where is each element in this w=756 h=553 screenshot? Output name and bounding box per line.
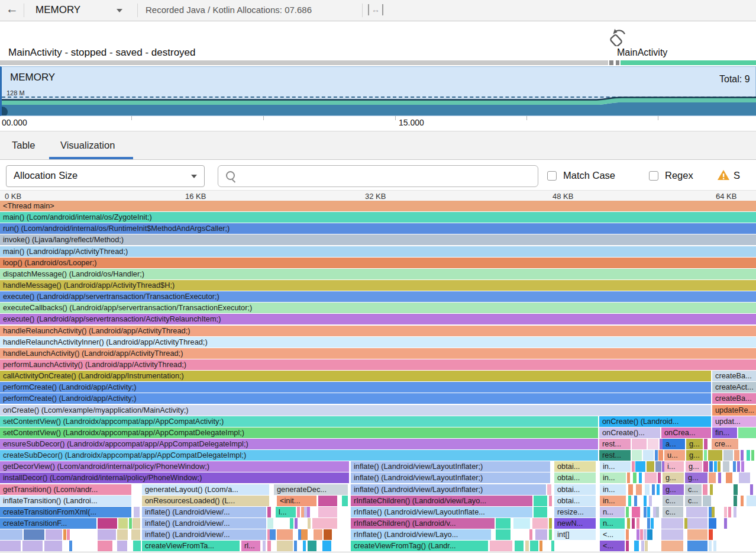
flame-segment[interactable] [647,461,654,472]
flame-segment[interactable]: rInflate() (Landroid/view/LayoutInflate.… [351,507,532,517]
flame-segment[interactable]: in... [600,496,626,506]
flame-segment[interactable] [626,529,629,540]
flame-segment[interactable] [704,450,707,461]
flame-segment[interactable] [637,529,639,540]
flame-segment[interactable] [639,472,642,483]
flame-segment[interactable] [63,529,66,540]
flame-segment[interactable] [529,529,532,540]
flame-segment[interactable] [324,529,332,540]
flame-segment[interactable]: c... [663,507,683,517]
flame-segment[interactable] [294,541,297,551]
flame-segment[interactable]: c... [663,496,683,506]
flame-segment[interactable]: getTransition() (Lcom/andr... [0,484,131,495]
flame-segment[interactable] [723,450,733,461]
tab-table[interactable]: Table [12,140,35,151]
flame-segment[interactable] [24,529,44,540]
flame-segment[interactable] [131,529,140,540]
flame-segment[interactable]: <... [600,529,625,540]
flame-segment[interactable] [738,427,756,438]
flame-segment[interactable]: obtai... [554,496,596,506]
flame-segment[interactable]: a... [663,439,685,449]
match-case-checkbox[interactable] [547,171,557,181]
flame-segment[interactable] [658,450,663,461]
flame-segment[interactable]: in... [600,461,631,472]
flame-segment[interactable] [652,484,655,495]
flame-segment[interactable] [634,541,639,551]
flame-segment[interactable] [724,518,727,529]
flame-segment[interactable]: resize... [554,507,596,517]
flame-segment[interactable]: createViewFromTa... [142,541,240,551]
flame-segment[interactable] [547,484,551,495]
flame-segment[interactable] [530,541,538,551]
flame-segment[interactable] [687,518,707,529]
flame-segment[interactable] [297,507,300,517]
flame-segment[interactable]: inflateTransition() (Landroi... [0,496,131,506]
flame-segment[interactable] [661,541,683,551]
flame-segment[interactable] [649,496,652,506]
flame-segment[interactable]: rInflateChildren() (Landroid/view/Layo..… [351,496,532,506]
flame-segment[interactable] [490,541,512,551]
flame-segment[interactable]: main() (Lcom/android/internal/os/ZygoteI… [0,212,756,223]
flame-segment[interactable]: g... [686,450,703,461]
flame-segment[interactable] [307,507,310,517]
flame-segment[interactable]: performCreate() (Landroid/app/Activity;) [0,382,711,393]
flame-segment[interactable] [661,518,683,529]
flame-segment[interactable] [532,518,548,529]
flame-segment[interactable] [513,518,530,529]
flame-segment[interactable] [710,484,713,495]
flame-segment[interactable] [686,507,707,517]
flame-segment[interactable]: loop() (Landroid/os/Looper;) [0,258,756,268]
flame-segment[interactable] [525,541,529,551]
flame-segment[interactable] [22,541,43,551]
flame-segment[interactable] [46,529,62,540]
flame-segment[interactable] [627,518,630,529]
flame-segment[interactable] [549,529,552,540]
flame-segment[interactable]: rest... [599,439,631,449]
flame-segment[interactable] [277,541,293,551]
flame-segment[interactable]: createViewFromTag() (Landr... [351,541,488,551]
flame-segment[interactable] [645,472,657,483]
flame-segment[interactable] [704,439,707,449]
flame-segment[interactable] [98,541,112,551]
flame-segment[interactable] [734,496,737,506]
flame-segment[interactable] [263,541,266,551]
flame-segment[interactable] [647,518,650,529]
search-input[interactable] [238,168,534,185]
flame-segment[interactable]: generateLayout() (Lcom/a... [142,484,269,495]
flame-segment[interactable] [640,529,643,540]
flame-segment[interactable]: createBa... [712,393,756,404]
flame-segment[interactable] [496,529,511,540]
flame-segment[interactable] [626,541,629,551]
flame-segment[interactable] [655,450,658,461]
flame-segment[interactable]: newN... [554,518,596,529]
flame-segment[interactable]: onCreate() (Lcom/example/myapplication/M… [0,405,711,416]
flame-segment[interactable] [709,461,713,472]
flame-segment[interactable] [651,518,654,529]
flame-segment[interactable]: invoke() (Ljava/lang/reflect/Method;) [0,234,756,245]
flame-segment[interactable] [0,541,21,551]
flame-segment[interactable] [741,450,744,461]
flame-segment[interactable] [648,439,658,449]
flame-segment[interactable] [515,541,524,551]
flame-segment[interactable]: createSubDecor() (Landroidx/appcompat/ap… [0,450,598,461]
flame-segment[interactable]: in... [600,472,626,483]
flame-segment[interactable] [267,518,273,529]
flame-segment[interactable] [318,496,337,506]
flame-segment[interactable]: rInflateChildren() (Landroid/v... [351,518,495,529]
flame-segment[interactable] [539,541,542,551]
flame-segment[interactable]: getDecorView() (Lcom/android/internal/po… [0,461,349,472]
flame-segment[interactable]: generateDec... [274,484,348,495]
flame-segment[interactable]: handleRelaunchActivity() (Landroid/app/A… [0,326,756,336]
flame-segment[interactable]: rl... [241,541,260,551]
flame-segment[interactable] [632,439,647,449]
flame-segment[interactable] [270,529,276,540]
flame-segment[interactable] [295,518,298,529]
flame-segment[interactable] [634,496,637,506]
flame-segment[interactable]: createAct... [712,382,756,393]
flame-segment[interactable]: cre... [712,439,738,449]
flame-segment[interactable] [627,472,630,483]
flame-segment[interactable] [118,518,128,529]
flame-segment[interactable]: g... [686,439,703,449]
flame-segment[interactable] [44,541,62,551]
match-case-label[interactable]: Match Case [563,170,615,181]
